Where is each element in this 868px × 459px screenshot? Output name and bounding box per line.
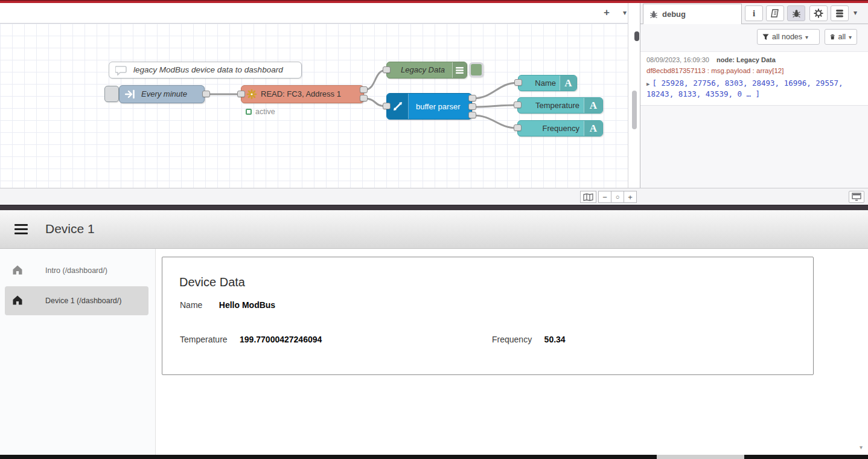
inject-trigger-button[interactable] [104,86,119,102]
window-divider [0,205,868,210]
modbus-gear-icon [244,86,260,103]
dashboard-title: Device 1 [45,222,95,236]
dashboard-nav: Intro (/dashboard/) Device 1 (/dashboard… [0,249,156,455]
taskbar-segment [657,455,744,459]
buffer-output-port-1[interactable] [468,95,476,101]
tab-debug[interactable]: debug [643,4,742,24]
open-debug-window-button[interactable] [849,191,864,203]
buffer-parser-node[interactable]: buffer parser [386,93,472,120]
taskbar-edge [0,455,868,459]
workspace-tab-strip: + ▾ [0,3,628,24]
sidebar-tab-row: debug i ▾ [640,3,868,24]
buffer-output-port-3[interactable] [468,112,476,118]
info-icon: i [753,8,755,19]
bug-icon [649,10,658,19]
wire[interactable] [473,115,517,128]
field-label: Name [180,300,202,310]
comment-label: legacy ModBus device data to dashboard [133,65,283,74]
funnel-icon [762,34,769,40]
ui-text-label: Temperature [535,101,579,110]
temperature-input-port[interactable] [514,101,522,108]
legacy-input-port[interactable] [383,66,391,73]
modbus-read-node[interactable]: READ: FC3, Address 1 [241,85,364,103]
debug-node-legacy-data[interactable]: Legacy Data [386,62,467,79]
info-tab-button[interactable]: i [745,5,763,21]
modbus-status: active [246,108,275,116]
payload-line-2: 18243, 8133, 43539, 0 … ] [646,89,760,98]
expand-payload-icon[interactable]: ▶ [646,81,649,87]
menu-button[interactable] [14,224,28,234]
bug-icon [792,9,801,18]
text-a-icon: A [584,121,602,136]
status-ok-icon [246,109,252,115]
nav-item-device-1[interactable]: Device 1 (/dashboard/) [0,286,156,315]
sidebar-menu-caret[interactable]: ▾ [854,8,857,17]
filter-label: all nodes [772,33,802,41]
inject-arrow-icon [122,86,139,103]
zoom-reset-button[interactable]: ○ [611,191,624,203]
field-label: Temperature [180,335,228,344]
nav-label: Device 1 (/dashboard/) [45,297,121,305]
message-path: df8ecbd817357113 : msg.payload : array[1… [646,67,863,74]
speech-bubble-icon [113,62,130,78]
navigator-button[interactable] [580,191,596,203]
debug-sidebar: debug i ▾ [640,3,868,188]
home-icon [11,294,24,306]
field-temperature: Temperature 199.77000427246094 [180,334,322,345]
zoom-out-button[interactable]: − [598,191,611,203]
flow-canvas[interactable]: legacy ModBus device data to dashboard E… [0,24,628,188]
database-icon [835,9,844,18]
modbus-input-port[interactable] [237,91,245,97]
dashboard-header: Device 1 [0,210,868,249]
debug-toolbar: all nodes ▾ all ▾ [640,24,868,48]
buffer-output-port-2[interactable] [468,103,476,110]
vertical-scrollbar-thumb[interactable] [632,91,637,129]
caret-down-icon: ▾ [805,34,808,40]
debug-message[interactable]: 08/09/2023, 16:09:30node: Legacy Data df… [640,51,868,106]
wire[interactable] [473,83,518,98]
debug-tab-button[interactable] [787,5,805,21]
modbus-output-port-2[interactable] [360,95,368,101]
context-data-button[interactable] [831,5,849,21]
wire[interactable] [473,105,517,107]
inject-label: Every minute [141,89,187,98]
ui-text-node-temperature[interactable]: Temperature A [517,97,603,114]
canvas-scroll-column [628,3,640,188]
sidebar-resize-handle[interactable] [634,31,639,41]
payload-line-1: [ 25928, 27756, 8303, 28493, 16996, 2955… [652,79,843,88]
message-node-ref: node: Legacy Data [716,56,776,63]
add-flow-button[interactable]: + [599,5,614,20]
text-a-icon: A [560,75,576,91]
dashboard-main: Device Data Name Hello ModBus Temperatur… [156,249,868,455]
frequency-input-port[interactable] [514,124,522,131]
clear-label: all [838,33,846,41]
help-tab-button[interactable] [766,5,784,21]
scrollbar-down-arrow[interactable]: ▾ [860,444,863,451]
buffer-input-port[interactable] [383,103,391,109]
inject-output-port[interactable] [202,91,210,97]
field-value: 199.77000427246094 [240,335,322,344]
card-title: Device Data [179,275,245,289]
clear-messages-button[interactable]: all ▾ [825,29,857,45]
field-label: Frequency [492,335,532,344]
book-icon [770,9,780,18]
monitor-icon [852,193,861,201]
caret-down-icon: ▾ [849,34,852,40]
ui-text-node-frequency[interactable]: Frequency A [517,120,603,136]
filter-nodes-button[interactable]: all nodes ▾ [757,29,820,45]
debug-node-label: Legacy Data [401,65,445,74]
message-timestamp: 08/09/2023, 16:09:30 [646,56,709,63]
inject-node[interactable]: Every minute [119,85,205,103]
ui-text-node-name[interactable]: Name A [518,75,577,91]
field-value: Hello ModBus [219,300,275,310]
comment-node[interactable]: legacy ModBus device data to dashboard [109,62,302,79]
text-a-icon: A [584,98,602,113]
ui-text-label: Name [535,79,556,88]
config-nodes-button[interactable] [809,5,828,21]
name-input-port[interactable] [514,79,522,86]
nav-item-intro[interactable]: Intro (/dashboard/) [0,256,156,285]
zoom-in-button[interactable]: + [624,191,637,203]
modbus-output-port-1[interactable] [360,86,368,93]
debug-enable-toggle[interactable] [469,62,483,77]
debug-list-icon [452,62,467,78]
